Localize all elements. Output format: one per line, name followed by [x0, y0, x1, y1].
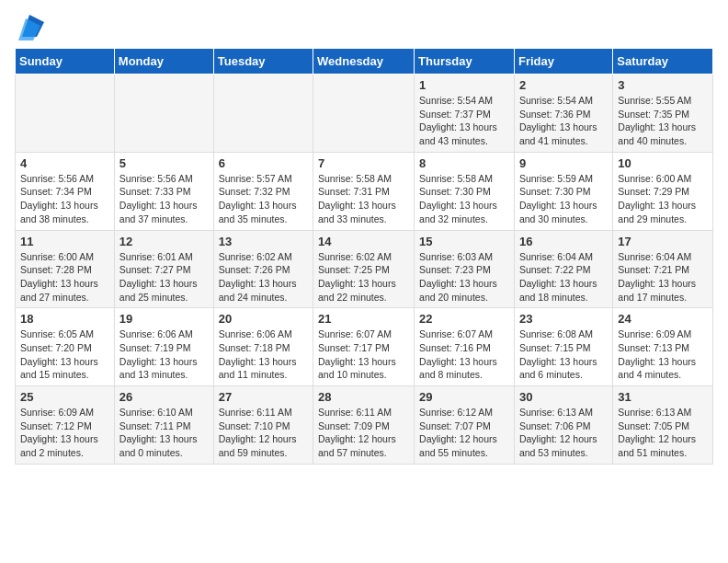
- calendar-cell: 26Sunrise: 6:10 AM Sunset: 7:11 PM Dayli…: [114, 386, 213, 465]
- page-header: [15, 15, 713, 40]
- day-number: 6: [219, 156, 308, 170]
- day-header-sunday: Sunday: [16, 49, 115, 75]
- week-row-4: 18Sunrise: 6:05 AM Sunset: 7:20 PM Dayli…: [16, 308, 713, 386]
- logo: [15, 15, 48, 40]
- calendar-cell: 28Sunrise: 6:11 AM Sunset: 7:09 PM Dayli…: [313, 386, 415, 465]
- day-info: Sunrise: 6:06 AM Sunset: 7:19 PM Dayligh…: [119, 327, 209, 382]
- day-info: Sunrise: 6:09 AM Sunset: 7:12 PM Dayligh…: [20, 406, 109, 460]
- day-number: 27: [219, 390, 308, 404]
- day-header-tuesday: Tuesday: [213, 49, 313, 75]
- week-row-5: 25Sunrise: 6:09 AM Sunset: 7:12 PM Dayli…: [16, 386, 713, 465]
- calendar-cell: 18Sunrise: 6:05 AM Sunset: 7:20 PM Dayli…: [16, 308, 115, 386]
- day-number: 14: [318, 235, 409, 248]
- day-number: 31: [618, 390, 708, 404]
- day-info: Sunrise: 6:11 AM Sunset: 7:10 PM Dayligh…: [219, 406, 308, 460]
- day-number: 22: [419, 312, 509, 326]
- week-row-1: 1Sunrise: 5:54 AM Sunset: 7:37 PM Daylig…: [16, 75, 713, 153]
- calendar-cell: 5Sunrise: 5:56 AM Sunset: 7:33 PM Daylig…: [114, 152, 213, 230]
- calendar-cell: 25Sunrise: 6:09 AM Sunset: 7:12 PM Dayli…: [16, 386, 115, 465]
- logo-icon: [15, 15, 44, 40]
- calendar-table: SundayMondayTuesdayWednesdayThursdayFrid…: [15, 48, 713, 465]
- calendar-cell: 11Sunrise: 6:00 AM Sunset: 7:28 PM Dayli…: [16, 230, 115, 308]
- day-header-friday: Friday: [514, 49, 612, 75]
- calendar-cell: 30Sunrise: 6:13 AM Sunset: 7:06 PM Dayli…: [514, 386, 612, 465]
- calendar-cell: 1Sunrise: 5:54 AM Sunset: 7:37 PM Daylig…: [415, 75, 515, 153]
- day-number: 3: [618, 78, 708, 92]
- day-number: 5: [119, 156, 209, 170]
- day-number: 24: [618, 312, 708, 326]
- day-info: Sunrise: 6:03 AM Sunset: 7:23 PM Dayligh…: [419, 250, 509, 304]
- day-header-thursday: Thursday: [415, 49, 515, 75]
- calendar-cell: 23Sunrise: 6:08 AM Sunset: 7:15 PM Dayli…: [514, 308, 612, 386]
- day-number: 30: [519, 390, 608, 404]
- day-number: 26: [119, 390, 209, 404]
- day-number: 7: [318, 156, 409, 170]
- day-number: 11: [20, 235, 109, 248]
- day-info: Sunrise: 6:07 AM Sunset: 7:17 PM Dayligh…: [318, 327, 409, 382]
- calendar-cell: 14Sunrise: 6:02 AM Sunset: 7:25 PM Dayli…: [313, 230, 415, 308]
- day-number: 4: [20, 156, 109, 170]
- calendar-cell: [16, 75, 115, 153]
- day-info: Sunrise: 6:10 AM Sunset: 7:11 PM Dayligh…: [119, 406, 209, 460]
- day-info: Sunrise: 6:04 AM Sunset: 7:22 PM Dayligh…: [519, 250, 608, 304]
- calendar-cell: 31Sunrise: 6:13 AM Sunset: 7:05 PM Dayli…: [613, 386, 713, 465]
- calendar-cell: 9Sunrise: 5:59 AM Sunset: 7:30 PM Daylig…: [514, 152, 612, 230]
- calendar-cell: 21Sunrise: 6:07 AM Sunset: 7:17 PM Dayli…: [313, 308, 415, 386]
- day-info: Sunrise: 5:54 AM Sunset: 7:37 PM Dayligh…: [419, 94, 509, 148]
- day-number: 20: [219, 312, 308, 326]
- day-number: 19: [119, 312, 209, 326]
- day-info: Sunrise: 6:07 AM Sunset: 7:16 PM Dayligh…: [419, 327, 509, 382]
- day-header-wednesday: Wednesday: [313, 49, 415, 75]
- day-info: Sunrise: 5:57 AM Sunset: 7:32 PM Dayligh…: [219, 172, 308, 226]
- day-info: Sunrise: 6:12 AM Sunset: 7:07 PM Dayligh…: [419, 406, 509, 460]
- calendar-cell: 10Sunrise: 6:00 AM Sunset: 7:29 PM Dayli…: [613, 152, 713, 230]
- calendar-cell: 3Sunrise: 5:55 AM Sunset: 7:35 PM Daylig…: [613, 75, 713, 153]
- day-number: 18: [20, 312, 109, 326]
- day-info: Sunrise: 5:59 AM Sunset: 7:30 PM Dayligh…: [519, 172, 608, 226]
- day-info: Sunrise: 6:13 AM Sunset: 7:06 PM Dayligh…: [519, 406, 608, 460]
- week-row-2: 4Sunrise: 5:56 AM Sunset: 7:34 PM Daylig…: [16, 152, 713, 230]
- day-info: Sunrise: 6:01 AM Sunset: 7:27 PM Dayligh…: [119, 250, 209, 304]
- day-number: 2: [519, 78, 608, 92]
- calendar-cell: [114, 75, 213, 153]
- calendar-cell: 15Sunrise: 6:03 AM Sunset: 7:23 PM Dayli…: [415, 230, 515, 308]
- calendar-cell: 8Sunrise: 5:58 AM Sunset: 7:30 PM Daylig…: [415, 152, 515, 230]
- calendar-cell: 4Sunrise: 5:56 AM Sunset: 7:34 PM Daylig…: [16, 152, 115, 230]
- day-info: Sunrise: 6:09 AM Sunset: 7:13 PM Dayligh…: [618, 327, 708, 382]
- day-header-monday: Monday: [114, 49, 213, 75]
- calendar-cell: 12Sunrise: 6:01 AM Sunset: 7:27 PM Dayli…: [114, 230, 213, 308]
- calendar-cell: 27Sunrise: 6:11 AM Sunset: 7:10 PM Dayli…: [213, 386, 313, 465]
- calendar-cell: 16Sunrise: 6:04 AM Sunset: 7:22 PM Dayli…: [514, 230, 612, 308]
- calendar-cell: 22Sunrise: 6:07 AM Sunset: 7:16 PM Dayli…: [415, 308, 515, 386]
- day-number: 15: [419, 235, 509, 248]
- calendar-cell: 7Sunrise: 5:58 AM Sunset: 7:31 PM Daylig…: [313, 152, 415, 230]
- day-info: Sunrise: 5:58 AM Sunset: 7:30 PM Dayligh…: [419, 172, 509, 226]
- day-number: 23: [519, 312, 608, 326]
- day-info: Sunrise: 5:58 AM Sunset: 7:31 PM Dayligh…: [318, 172, 409, 226]
- calendar-cell: 24Sunrise: 6:09 AM Sunset: 7:13 PM Dayli…: [613, 308, 713, 386]
- day-info: Sunrise: 6:02 AM Sunset: 7:25 PM Dayligh…: [318, 250, 409, 304]
- day-number: 28: [318, 390, 409, 404]
- calendar-cell: [313, 75, 415, 153]
- calendar-cell: 20Sunrise: 6:06 AM Sunset: 7:18 PM Dayli…: [213, 308, 313, 386]
- day-number: 13: [219, 235, 308, 248]
- day-number: 1: [419, 78, 509, 92]
- day-info: Sunrise: 6:11 AM Sunset: 7:09 PM Dayligh…: [318, 406, 409, 460]
- day-number: 29: [419, 390, 509, 404]
- calendar-cell: 13Sunrise: 6:02 AM Sunset: 7:26 PM Dayli…: [213, 230, 313, 308]
- day-info: Sunrise: 6:06 AM Sunset: 7:18 PM Dayligh…: [219, 327, 308, 382]
- day-number: 9: [519, 156, 608, 170]
- day-info: Sunrise: 6:00 AM Sunset: 7:29 PM Dayligh…: [618, 172, 708, 226]
- day-number: 25: [20, 390, 109, 404]
- calendar-cell: 19Sunrise: 6:06 AM Sunset: 7:19 PM Dayli…: [114, 308, 213, 386]
- week-row-3: 11Sunrise: 6:00 AM Sunset: 7:28 PM Dayli…: [16, 230, 713, 308]
- day-info: Sunrise: 6:08 AM Sunset: 7:15 PM Dayligh…: [519, 327, 608, 382]
- calendar-cell: [213, 75, 313, 153]
- day-number: 10: [618, 156, 708, 170]
- calendar-cell: 6Sunrise: 5:57 AM Sunset: 7:32 PM Daylig…: [213, 152, 313, 230]
- day-info: Sunrise: 6:00 AM Sunset: 7:28 PM Dayligh…: [20, 250, 109, 304]
- calendar-cell: 29Sunrise: 6:12 AM Sunset: 7:07 PM Dayli…: [415, 386, 515, 465]
- calendar-cell: 2Sunrise: 5:54 AM Sunset: 7:36 PM Daylig…: [514, 75, 612, 153]
- day-info: Sunrise: 6:13 AM Sunset: 7:05 PM Dayligh…: [618, 406, 708, 460]
- day-info: Sunrise: 6:04 AM Sunset: 7:21 PM Dayligh…: [618, 250, 708, 304]
